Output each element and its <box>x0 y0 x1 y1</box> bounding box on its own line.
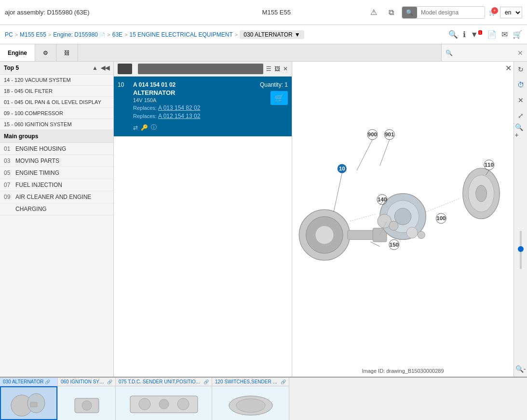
breadcrumb-current[interactable]: 030 ALTERNATOR ▼ <box>240 30 304 39</box>
header-actions: ⚠ ⧉ 🔍 🛒+ en de fr <box>367 6 522 19</box>
expl-line-1 <box>350 214 376 221</box>
sidebar-group-air-cleaner[interactable]: 09 AIR CLEANER AND ENGINE <box>0 191 113 203</box>
bottom-tab-030[interactable]: 030 ALTERNATOR 🔗 <box>0 378 58 420</box>
svg-point-8 <box>177 398 189 410</box>
washer <box>406 227 418 238</box>
model-search-input[interactable] <box>417 7 485 18</box>
bottom-tab-060[interactable]: 060 IGNITION SYSTEM 🔗 <box>58 378 116 420</box>
external-link-icon-075[interactable]: 🔗 <box>203 380 209 384</box>
bottom-tab-120-image[interactable] <box>212 386 289 420</box>
gear-icon: ⚙ <box>43 50 48 56</box>
cart-nav-icon[interactable]: 🛒 <box>513 30 522 39</box>
replaces-link-2[interactable]: A 012 154 13 02 <box>158 113 200 119</box>
key-icon[interactable]: 🔑 <box>141 124 148 131</box>
group-charging-label: CHARGING <box>15 206 47 212</box>
breadcrumb-pc[interactable]: PC <box>5 31 13 38</box>
zoom-in-icon[interactable]: 🔍+ <box>515 125 527 137</box>
part-details: A 014 154 01 02 ALTERNATOR 14V 150A Repl… <box>133 81 256 131</box>
sidebar-item-compressor[interactable]: 09 - 100 COMPRESSOR <box>0 108 113 119</box>
line-901 <box>380 140 390 166</box>
top5-label: Top 5 <box>4 65 19 71</box>
sidebar-group-charging[interactable]: CHARGING <box>0 203 113 215</box>
parts-list-header-bar2 <box>138 64 263 74</box>
copy-icon[interactable]: ⧉ <box>384 6 398 19</box>
document-icon[interactable]: 📄 <box>487 30 497 39</box>
callout-901-text: 901 <box>385 131 394 137</box>
main-tabs: Engine ⚙ ⛓ 🔍 ✕ <box>0 44 527 62</box>
breadcrumb-15[interactable]: 15 ENGINE ELECTRICAL EQUIPMENT <box>130 31 233 38</box>
history-icon[interactable]: ⏱ <box>515 79 527 91</box>
callout-140-text: 140 <box>378 197 387 202</box>
sidebar-collapse-icon[interactable]: ◀◀ <box>101 65 109 71</box>
close-icon[interactable]: ✕ <box>517 49 523 57</box>
bottom-tab-030-image[interactable] <box>0 386 57 420</box>
part-quantity: Quantity: 1 🛒 <box>260 81 288 105</box>
tab-settings[interactable]: ⚙ <box>35 44 56 61</box>
bottom-tab-120-header: 120 SWITCHES,SENDER UNITS,SENSORS 🔗 <box>212 378 289 386</box>
collapse-icon[interactable]: ▲ <box>92 65 98 71</box>
zoom-thumb[interactable] <box>518 246 524 252</box>
diagram-caption: Image ID: drawing_B15030000289 <box>292 368 513 374</box>
callout-150-text: 150 <box>390 242 399 248</box>
diagram-image-area: 10 100 110 140 150 900 901 <box>292 62 513 362</box>
diagram-close-icon[interactable]: ✕ <box>505 64 512 73</box>
sidebar-group-engine-housing[interactable]: 01 ENGINE HOUSING <box>0 143 113 155</box>
part-ref: A 014 154 01 02 <box>133 81 256 88</box>
external-link-icon-030[interactable]: 🔗 <box>45 380 50 384</box>
pulley-hub <box>476 185 487 202</box>
info-circle-icon[interactable]: ⓘ <box>151 123 157 131</box>
model-search-button[interactable]: 🔍 <box>402 7 417 18</box>
parts-list: ☰ 🖼 ✕ 10 A 014 154 01 02 ALTERNATOR 14V … <box>114 62 292 377</box>
image-icon[interactable]: 🖼 <box>274 66 280 72</box>
info-icon[interactable]: ℹ <box>463 30 466 39</box>
sidebar-group-engine-timing[interactable]: 05 ENGINE TIMING <box>0 167 113 179</box>
close-diagram-icon[interactable]: ✕ <box>515 94 527 106</box>
bottom-tab-075[interactable]: 075 T.D.C. SENDER UNIT,POSITION SENDER U… <box>116 378 212 420</box>
sidebar-item-ignition[interactable]: 15 - 060 IGNITION SYSTEM <box>0 119 113 130</box>
bottom-tab-060-image[interactable] <box>58 386 115 420</box>
sidebar-item-oil-pan[interactable]: 01 - 045 OIL PAN & OIL LEVEL DISPLAY <box>0 97 113 108</box>
zoom-out-icon[interactable]: 🔍- <box>515 363 527 375</box>
sidebar-group-fuel-injection[interactable]: 07 FUEL INJECTION <box>0 179 113 191</box>
zoom-slider[interactable] <box>520 141 522 359</box>
bottom-tab-075-image[interactable] <box>116 386 212 420</box>
rotate-icon[interactable]: ↻ <box>515 64 527 75</box>
breadcrumb-63e[interactable]: 63E <box>112 31 122 38</box>
group-air-cleaner-label: AIR CLEANER AND ENGINE <box>15 194 91 200</box>
sidebar-group-moving-parts[interactable]: 03 MOVING PARTS <box>0 155 113 167</box>
close-parts-icon[interactable]: ✕ <box>283 66 288 72</box>
tab-engine[interactable]: Engine <box>0 44 35 61</box>
breadcrumb-m155[interactable]: M155 E55 <box>20 31 46 38</box>
expand-icon[interactable]: ⤢ <box>515 110 527 121</box>
tab-chain[interactable]: ⛓ <box>56 44 78 61</box>
replace-icon[interactable]: ⇄ <box>133 124 138 131</box>
svg-point-7 <box>159 399 169 409</box>
list-icon[interactable]: ☰ <box>266 66 271 72</box>
sidebar-item-oil-filter[interactable]: 18 - 045 OIL FILTER <box>0 86 113 97</box>
nut <box>418 231 425 238</box>
filter-icon[interactable]: ▼1 <box>471 30 482 39</box>
cart-icon[interactable]: 🛒+ <box>489 9 496 16</box>
sidebar-header-icons: ▲ ◀◀ <box>92 65 109 71</box>
group-engine-housing-label: ENGINE HOUSING <box>15 145 66 152</box>
part-replaces-1: Replaces: A 013 154 82 02 <box>133 105 256 111</box>
sidebar-item-vacuum[interactable]: 14 - 120 VACUUM SYSTEM <box>0 75 113 86</box>
zoom-icon[interactable]: 🔍 <box>448 30 458 39</box>
external-link-icon-120[interactable]: 🔗 <box>281 380 286 384</box>
thumb-030-svg <box>7 389 51 418</box>
parts-list-header: ☰ 🖼 ✕ <box>114 62 292 77</box>
shaft <box>348 230 375 239</box>
breadcrumb-engine[interactable]: Engine: D155980 📄 <box>53 31 105 38</box>
expl-line-2 <box>426 198 460 212</box>
external-link-icon-060[interactable]: 🔗 <box>107 380 112 384</box>
language-select[interactable]: en de fr <box>500 7 522 18</box>
mail-icon[interactable]: ✉ <box>501 30 508 39</box>
diagram-svg: 10 100 110 140 150 900 901 <box>292 62 513 362</box>
replaces-link-1[interactable]: A 013 154 82 02 <box>158 105 200 111</box>
svg-point-4 <box>82 401 92 410</box>
main-content: Top 5 ▲ ◀◀ 14 - 120 VACUUM SYSTEM 18 - 0… <box>0 62 527 377</box>
warning-icon[interactable]: ⚠ <box>367 6 380 19</box>
add-to-cart-button[interactable]: 🛒 <box>270 91 288 105</box>
bottom-tab-120[interactable]: 120 SWITCHES,SENDER UNITS,SENSORS 🔗 <box>212 378 289 420</box>
tab-search-input[interactable] <box>455 50 517 56</box>
